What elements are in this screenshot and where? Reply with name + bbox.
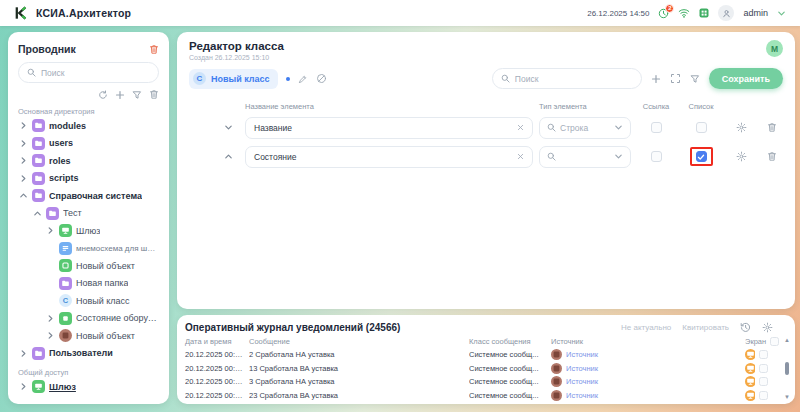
chevron-right-icon[interactable] bbox=[18, 382, 28, 391]
expand-icon[interactable] bbox=[670, 73, 681, 84]
element-rows: НазваниеСтрокаСостояние bbox=[189, 113, 783, 171]
delete-icon[interactable] bbox=[149, 89, 159, 100]
scrollbar-thumb[interactable] bbox=[785, 362, 789, 375]
header-datetime: 26.12.2025 14:50 bbox=[587, 9, 649, 18]
editor-user-avatar[interactable]: М bbox=[766, 40, 783, 57]
element-type-select[interactable] bbox=[539, 146, 631, 168]
tree-item-mnemoscheme[interactable]: мнемосхема для шлюза bbox=[18, 240, 159, 258]
app-grid-icon[interactable] bbox=[699, 8, 709, 18]
clear-x-icon[interactable] bbox=[517, 124, 524, 131]
tree-item-gateway[interactable]: Шлюз bbox=[18, 222, 159, 240]
source-link[interactable]: Источник bbox=[566, 377, 598, 386]
journal-row[interactable]: 20.12.2025 00:00:333 Сработала НА уставк… bbox=[185, 375, 773, 389]
journal-select-all-checkbox[interactable] bbox=[770, 337, 779, 346]
row-delete-trash-icon[interactable] bbox=[761, 122, 783, 133]
chevron-right-icon[interactable] bbox=[45, 331, 55, 340]
tree-item-scripts[interactable]: scripts bbox=[18, 170, 159, 188]
tree-item-new-object-1[interactable]: Новый объект bbox=[18, 257, 159, 275]
link-checkbox[interactable] bbox=[651, 151, 662, 162]
source-icon bbox=[551, 390, 562, 401]
tree-item-test[interactable]: Тест bbox=[18, 205, 159, 223]
add-icon[interactable] bbox=[115, 90, 125, 100]
search-icon bbox=[547, 152, 556, 161]
chevron-up-icon[interactable] bbox=[32, 209, 42, 218]
tree-item-label: мнемосхема для шлюза bbox=[76, 244, 159, 253]
chevron-up-icon[interactable] bbox=[18, 191, 28, 200]
filter-icon[interactable] bbox=[690, 74, 700, 84]
row-message: 2 Сработала НА уставка bbox=[249, 350, 465, 359]
scroll-down-arrow[interactable]: ▼ bbox=[784, 394, 790, 400]
chevron-right-icon[interactable] bbox=[18, 349, 28, 358]
row-checkbox[interactable] bbox=[759, 377, 768, 386]
link-checkbox[interactable] bbox=[651, 122, 662, 133]
tree-item-gateway-shared[interactable]: Шлюз bbox=[18, 378, 159, 396]
journal-row[interactable]: 20.12.2025 00:00:442 Сработала НА уставк… bbox=[185, 348, 773, 362]
explorer-search-input[interactable]: Поиск bbox=[18, 62, 159, 83]
tree-item-modules[interactable]: modules bbox=[18, 117, 159, 135]
row-chevron-down-icon[interactable] bbox=[189, 123, 239, 132]
row-checkbox[interactable] bbox=[759, 364, 768, 373]
element-name-input[interactable]: Название bbox=[245, 117, 533, 139]
source-link[interactable]: Источник bbox=[566, 364, 598, 373]
scrollbar-track[interactable] bbox=[785, 343, 789, 394]
row-message-class: Системное сообщ... bbox=[469, 350, 547, 359]
search-placeholder: Поиск bbox=[515, 74, 539, 84]
column-list: Список bbox=[681, 102, 721, 111]
list-checkbox[interactable] bbox=[696, 151, 707, 162]
row-chevron-up-icon[interactable] bbox=[189, 152, 239, 161]
source-link[interactable]: Источник bbox=[566, 350, 598, 359]
row-delete-trash-icon[interactable] bbox=[761, 151, 783, 162]
filter-icon[interactable] bbox=[132, 90, 142, 100]
user-menu-chevron-down-icon[interactable] bbox=[777, 9, 786, 18]
screen-icon bbox=[745, 376, 755, 387]
row-checkbox[interactable] bbox=[759, 391, 768, 400]
chevron-right-icon[interactable] bbox=[18, 156, 28, 165]
disable-slash-icon[interactable] bbox=[316, 73, 327, 84]
wifi-status-icon[interactable] bbox=[678, 8, 690, 18]
tree-item-users[interactable]: users bbox=[18, 135, 159, 153]
element-type-select[interactable]: Строка bbox=[539, 117, 631, 139]
notifications-journal-panel: Оперативный журнал уведомлений (24566) Н… bbox=[177, 315, 795, 404]
row-checkbox[interactable] bbox=[759, 350, 768, 359]
user-avatar[interactable] bbox=[718, 5, 734, 21]
tree-item-new-class[interactable]: СНовый класс bbox=[18, 292, 159, 310]
edit-pencil-icon[interactable] bbox=[298, 74, 308, 84]
tree-item-new-object-2[interactable]: Новый объект bbox=[18, 327, 159, 345]
row-datetime: 20.12.2025 00:00:44 bbox=[185, 350, 245, 359]
save-button[interactable]: Сохранить bbox=[709, 68, 783, 89]
clear-x-icon[interactable] bbox=[517, 153, 524, 160]
chevron-right-icon[interactable] bbox=[18, 121, 28, 130]
explorer-delete-icon[interactable] bbox=[149, 44, 159, 55]
journal-scrollbar[interactable]: ▲ ▼ bbox=[783, 337, 791, 400]
element-name-input[interactable]: Состояние bbox=[245, 146, 533, 168]
history-icon[interactable] bbox=[740, 322, 751, 333]
tree-item-new-folder[interactable]: Новая папка bbox=[18, 275, 159, 293]
journal-row[interactable]: 20.12.2025 00:00:3813 Сработала ВА устав… bbox=[185, 362, 773, 376]
tree-item-reference-system[interactable]: Справочная система bbox=[18, 187, 159, 205]
class-chip[interactable]: С Новый класс bbox=[189, 69, 278, 89]
chevron-right-icon[interactable] bbox=[18, 174, 28, 183]
acknowledge-button[interactable]: Квитировать bbox=[682, 323, 729, 332]
schema-icon bbox=[59, 242, 72, 255]
editor-search-input[interactable]: Поиск bbox=[492, 68, 642, 89]
source-icon bbox=[551, 363, 562, 374]
not-actual-button[interactable]: Не актуально bbox=[621, 323, 671, 332]
list-checkbox[interactable] bbox=[696, 122, 707, 133]
chevron-right-icon[interactable] bbox=[18, 139, 28, 148]
tree-item-polzovateli[interactable]: Пользователи bbox=[18, 345, 159, 363]
chevron-right-icon[interactable] bbox=[45, 226, 55, 235]
notifications-clock-icon[interactable]: 2 bbox=[658, 8, 669, 19]
explorer-tree: modulesusersrolesscriptsСправочная систе… bbox=[18, 117, 159, 362]
add-element-icon[interactable] bbox=[651, 74, 661, 84]
row-settings-gear-icon[interactable] bbox=[727, 122, 755, 133]
chevron-right-icon[interactable] bbox=[45, 314, 55, 323]
search-icon bbox=[547, 123, 556, 132]
journal-row[interactable]: 20.12.2025 00:00:2823 Сработала ВА устав… bbox=[185, 389, 773, 403]
refresh-icon[interactable] bbox=[98, 90, 108, 100]
row-message: 13 Сработала ВА уставка bbox=[249, 364, 465, 373]
journal-settings-gear-icon[interactable] bbox=[762, 322, 773, 333]
row-settings-gear-icon[interactable] bbox=[727, 151, 755, 162]
tree-item-equipment-state[interactable]: Состояние оборудования bbox=[18, 310, 159, 328]
source-link[interactable]: Источник bbox=[566, 391, 598, 400]
tree-item-roles[interactable]: roles bbox=[18, 152, 159, 170]
